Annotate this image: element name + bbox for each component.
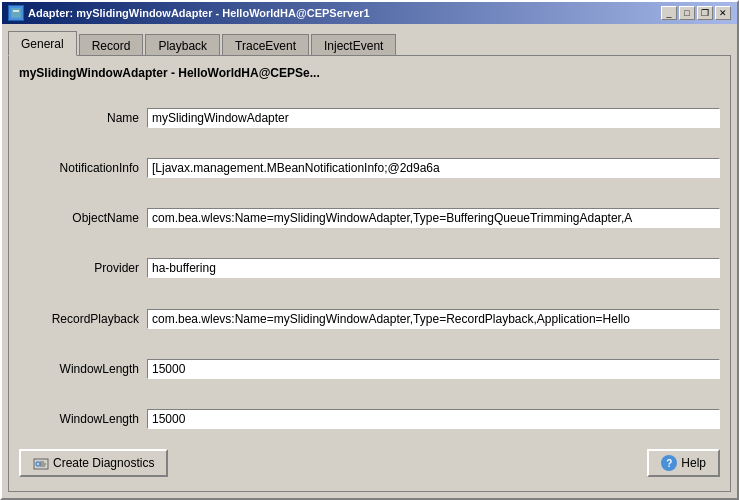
value-name[interactable]: mySlidingWindowAdapter bbox=[147, 108, 720, 128]
tab-injectevent[interactable]: InjectEvent bbox=[311, 34, 396, 57]
minimize-button[interactable]: _ bbox=[661, 6, 677, 20]
value-recordplayback[interactable]: com.bea.wlevs:Name=mySlidingWindowAdapte… bbox=[147, 309, 720, 329]
maximize-button[interactable]: □ bbox=[679, 6, 695, 20]
panel-title: mySlidingWindowAdapter - HelloWorldHA@CE… bbox=[19, 66, 720, 80]
create-diagnostics-button[interactable]: Create Diagnostics bbox=[19, 449, 168, 477]
tab-general[interactable]: General bbox=[8, 31, 77, 56]
value-windowlength-1[interactable]: 15000 bbox=[147, 359, 720, 379]
window-content: General Record Playback TraceEvent Injec… bbox=[2, 24, 737, 498]
label-windowlength-1: WindowLength bbox=[19, 362, 139, 376]
close-button[interactable]: ✕ bbox=[715, 6, 731, 20]
label-provider: Provider bbox=[19, 261, 139, 275]
value-objectname[interactable]: com.bea.wlevs:Name=mySlidingWindowAdapte… bbox=[147, 208, 720, 228]
restore-button[interactable]: ❐ bbox=[697, 6, 713, 20]
title-bar-left: Adapter: mySlidingWindowAdapter - HelloW… bbox=[8, 5, 370, 21]
title-buttons: _ □ ❐ ✕ bbox=[661, 6, 731, 20]
diagnostics-icon bbox=[33, 455, 49, 471]
label-objectname: ObjectName bbox=[19, 211, 139, 225]
create-diagnostics-label: Create Diagnostics bbox=[53, 456, 154, 470]
label-recordplayback: RecordPlayback bbox=[19, 312, 139, 326]
label-windowlength-2: WindowLength bbox=[19, 412, 139, 426]
label-notificationinfo: NotificationInfo bbox=[19, 161, 139, 175]
tab-bar: General Record Playback TraceEvent Injec… bbox=[8, 30, 731, 55]
value-provider[interactable]: ha-buffering bbox=[147, 258, 720, 278]
help-button[interactable]: ? Help bbox=[647, 449, 720, 477]
main-panel: mySlidingWindowAdapter - HelloWorldHA@CE… bbox=[8, 55, 731, 492]
bottom-bar: Create Diagnostics ? Help bbox=[19, 441, 720, 481]
value-windowlength-2[interactable]: 15000 bbox=[147, 409, 720, 429]
value-notificationinfo[interactable]: [Ljavax.management.MBeanNotificationInfo… bbox=[147, 158, 720, 178]
help-label: Help bbox=[681, 456, 706, 470]
main-window: Adapter: mySlidingWindowAdapter - HelloW… bbox=[0, 0, 739, 500]
fields-grid: Name mySlidingWindowAdapter Notification… bbox=[19, 96, 720, 441]
label-name: Name bbox=[19, 111, 139, 125]
window-icon bbox=[8, 5, 24, 21]
help-icon: ? bbox=[661, 455, 677, 471]
tab-playback[interactable]: Playback bbox=[145, 34, 220, 57]
tab-record[interactable]: Record bbox=[79, 34, 144, 57]
tab-traceevent[interactable]: TraceEvent bbox=[222, 34, 309, 57]
svg-rect-0 bbox=[11, 8, 21, 18]
title-bar: Adapter: mySlidingWindowAdapter - HelloW… bbox=[2, 2, 737, 24]
svg-rect-1 bbox=[13, 10, 19, 12]
window-title: Adapter: mySlidingWindowAdapter - HelloW… bbox=[28, 7, 370, 19]
